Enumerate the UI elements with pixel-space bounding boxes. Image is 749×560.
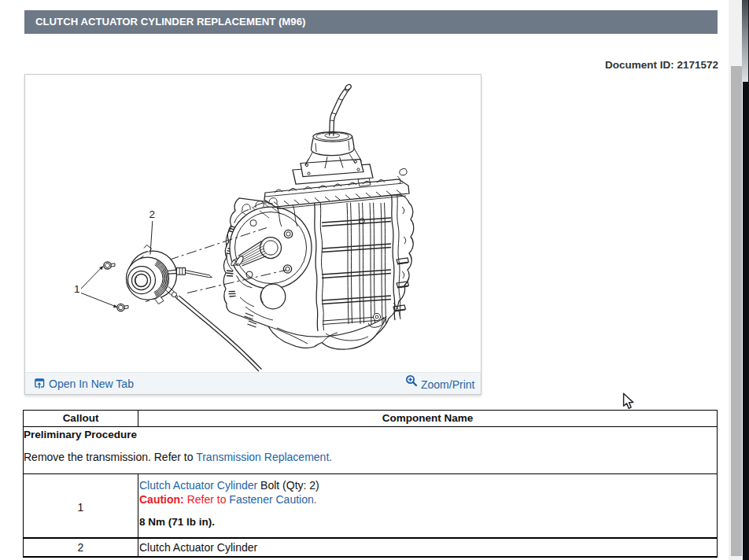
svg-text:1: 1 — [74, 283, 80, 295]
svg-text:2: 2 — [149, 208, 156, 220]
